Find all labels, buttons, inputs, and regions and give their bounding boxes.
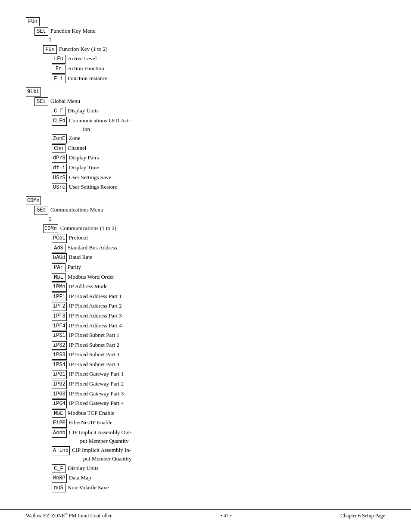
fun-fn: Fn Action Function (52, 64, 385, 74)
com-aonb-desc: CIP Implicit Assembly Out- put Member Qu… (69, 428, 132, 445)
fun-connector: 1 (43, 36, 385, 44)
fun-key-desc: Function Key (1 to 2) (59, 45, 108, 53)
com-ipf1: iPF1 IP Fixed Address Part 1 (52, 292, 385, 302)
com-connector: 1 (43, 215, 385, 224)
fun-set-label: SEt (34, 27, 48, 36)
fun-top-label: FUn (26, 17, 40, 26)
com-ipg1-label: iPG1 (52, 370, 67, 379)
glbl-set: SEt Global Menu (34, 97, 385, 106)
footer-subtitle: PM Limit Controller (68, 513, 112, 519)
com-par-desc: Parity (68, 263, 81, 271)
com-top-label: COMn (26, 196, 41, 205)
com-ainb-desc: CIP Implicit Assembly In- put Member Qua… (72, 446, 132, 463)
com-mnrp: MnRP Data Map (52, 473, 385, 483)
com-ipf2: iPF2 IP Fixed Address Part 2 (52, 302, 385, 311)
glbl-dprs-desc: Display Pairs (69, 153, 99, 162)
com-ipf1-desc: IP Fixed Address Part 1 (69, 292, 122, 301)
com-ipg2-desc: IP Fixed Gateway Part 2 (69, 380, 124, 388)
glbl-dprs: dPrS Display Pairs (52, 153, 385, 163)
com-baud: bAUd Baud Rate (52, 253, 385, 262)
com-eipe-label: EiPE (52, 419, 67, 428)
fun-leu-desc: Active Level (68, 54, 97, 63)
com-mbl-desc: Modbus Word Order (68, 273, 114, 281)
com-eipe-desc: EtherNet/IP Enable (69, 418, 112, 427)
glbl-cuf: C_F Display Units (52, 106, 385, 116)
com-comn-label: COMn (43, 224, 58, 233)
glbl-zone: ZonE Zone (52, 134, 385, 143)
com-mbe-desc: Modbus TCP Enable (68, 409, 114, 417)
com-ips4-desc: IP Fixed Subnet Part 4 (69, 360, 119, 369)
com-conn-label: 1 (43, 215, 57, 224)
footer-title-text: Watlow EZ-ZONE (26, 513, 65, 519)
com-ainb: A inb CIP Implicit Assembly In- put Memb… (52, 446, 385, 463)
com-ips2-desc: IP Fixed Subnet Part 2 (69, 341, 119, 349)
fun-leu: LEu Active Level (52, 54, 385, 64)
glbl-dti-desc: Display Time (69, 163, 99, 172)
com-aonb: Aonb CIP Implicit Assembly Out- put Memb… (52, 428, 385, 445)
footer-page-num: • 47 • (221, 513, 232, 519)
fun-top: FUn (26, 17, 385, 26)
com-mbl: MbL Modbus Word Order (52, 273, 385, 282)
glbl-set-desc: Global Menu (50, 97, 80, 106)
com-par-label: PAr (52, 263, 65, 272)
com-ipf3-desc: IP Fixed Address Part 3 (69, 311, 122, 320)
com-ipmn-desc: IP Address Mode (69, 282, 108, 291)
com-cuf-label: C_F (52, 464, 65, 473)
com-ips4-label: iPS4 (52, 361, 67, 370)
page: FUn SEt Function Key Menu 1 FUn Function… (0, 0, 411, 532)
com-ips1: iPS1 IP Fixed Subnet Part 1 (52, 331, 385, 340)
com-ainb-label: A inb (52, 446, 70, 455)
com-mnrp-label: MnRP (52, 474, 67, 483)
glbl-top: 9LbL (26, 87, 385, 96)
com-eipe: EiPE EtherNet/IP Enable (52, 418, 385, 428)
com-cuf-desc: Display Units (68, 464, 99, 473)
com-ipg1-desc: IP Fixed Gateway Part 1 (69, 370, 124, 378)
glbl-top-label: 9LbL (26, 87, 41, 96)
fun-leu-label: LEu (52, 55, 65, 64)
com-ipf2-label: iPF2 (52, 302, 67, 311)
com-top: COMn (26, 196, 385, 205)
com-set-desc: Communications Menu (50, 205, 103, 214)
com-ipg3-desc: IP Fixed Gateway Part 3 (69, 389, 124, 398)
fun-section: FUn SEt Function Key Menu 1 FUn Function… (26, 17, 385, 83)
com-ips3-desc: IP Fixed Subnet Part 3 (69, 350, 119, 359)
com-ipmn-label: iPMn (52, 283, 67, 292)
fun-key: FUn Function Key (1 to 2) (43, 45, 385, 54)
fun-set: SEt Function Key Menu (34, 27, 385, 36)
glbl-dti: dt i Display Time (52, 163, 385, 173)
com-ipg3-label: iPG3 (52, 390, 67, 399)
glbl-chn: Chn Channel (52, 144, 385, 153)
glbl-usrc: USrc User Settings Restore (52, 183, 385, 192)
footer: Watlow EZ-ZONE® PM Limit Controller • 47… (0, 509, 411, 519)
com-mbl-label: MbL (52, 273, 65, 282)
com-ipmn: iPMn IP Address Mode (52, 282, 385, 292)
glbl-usrc-desc: User Settings Restore (69, 183, 118, 191)
glbl-cled: CLEd Communications LED Act- ion (52, 116, 385, 134)
com-ipf3: iPF3 IP Fixed Address Part 3 (52, 311, 385, 321)
footer-chapter: Chapter 6 Setup Page (340, 513, 385, 519)
com-nus: nuS Non-Volatile Save (52, 483, 385, 493)
com-ips3: iPS3 IP Fixed Subnet Part 3 (52, 350, 385, 360)
com-mbe-label: MbE (52, 409, 65, 418)
com-baud-desc: Baud Rate (69, 253, 93, 261)
glbl-dti-label: dt i (52, 164, 67, 173)
com-ipg2-label: iPG2 (52, 380, 67, 389)
com-nus-desc: Non-Volatile Save (68, 483, 109, 492)
com-ipf4-desc: IP Fixed Address Part 4 (69, 321, 122, 330)
com-baud-label: bAUd (52, 253, 67, 262)
com-ipf3-label: iPF3 (52, 312, 67, 321)
com-ipg4-label: iPG4 (52, 399, 67, 408)
fun-set-desc: Function Key Menu (50, 27, 96, 35)
com-ips4: iPS4 IP Fixed Subnet Part 4 (52, 360, 385, 370)
com-ipg4-desc: IP Fixed Gateway Part 4 (69, 399, 124, 408)
glbl-dprs-label: dPrS (52, 154, 67, 163)
com-ips2: iPS2 IP Fixed Subnet Part 2 (52, 341, 385, 350)
fun-fi-label: F i (52, 75, 65, 84)
glbl-chn-label: Chn (52, 144, 65, 153)
glbl-chn-desc: Channel (68, 144, 86, 152)
glbl-zone-label: ZonE (52, 134, 67, 143)
com-ips1-desc: IP Fixed Subnet Part 1 (69, 331, 119, 339)
menu-tree: FUn SEt Function Key Menu 1 FUn Function… (26, 17, 385, 492)
com-comn: COMn Communications (1 to 2) (43, 224, 385, 233)
com-section: COMn SEt Communications Menu 1 COMn Comm… (26, 196, 385, 493)
